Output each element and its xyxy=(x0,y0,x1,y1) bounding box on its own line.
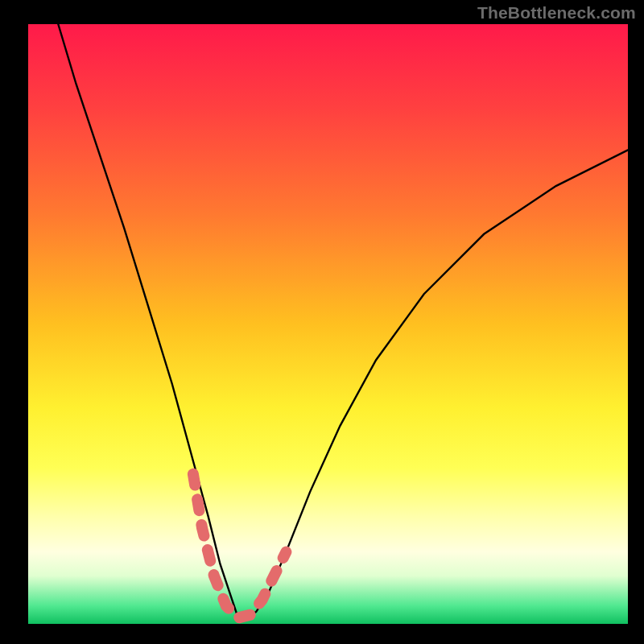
bottleneck-curve-path xyxy=(58,24,628,618)
chart-frame: TheBottleneck.com xyxy=(0,0,644,644)
watermark-label: TheBottleneck.com xyxy=(477,3,636,23)
chart-svg xyxy=(28,24,628,624)
valley-highlight-path xyxy=(193,474,287,618)
chart-plot-area xyxy=(28,24,628,624)
